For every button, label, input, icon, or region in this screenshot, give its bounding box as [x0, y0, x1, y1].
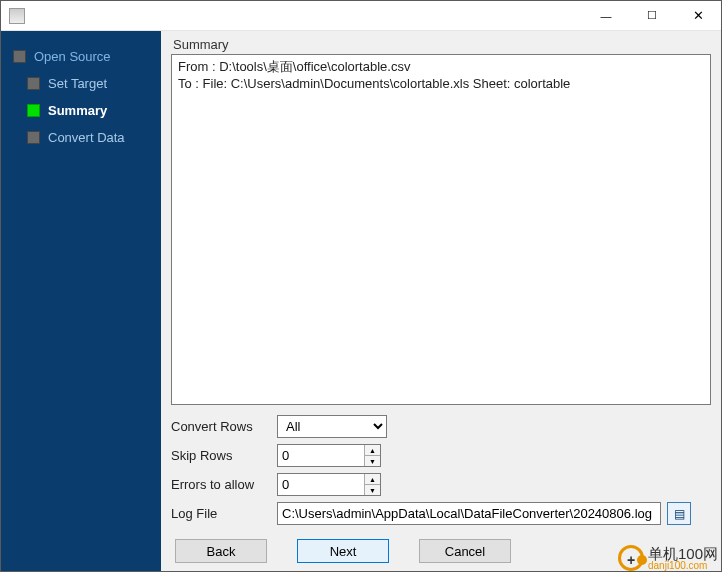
step-label: Convert Data	[48, 130, 125, 145]
titlebar: — ☐ ✕	[1, 1, 721, 31]
back-button[interactable]: Back	[175, 539, 267, 563]
errors-input[interactable]	[278, 474, 364, 495]
step-box-icon	[13, 50, 26, 63]
maximize-button[interactable]: ☐	[629, 1, 675, 30]
close-button[interactable]: ✕	[675, 1, 721, 30]
step-convert-data[interactable]: Convert Data	[1, 124, 161, 151]
document-icon: ▤	[674, 507, 685, 521]
window-controls: — ☐ ✕	[583, 1, 721, 30]
spin-down-icon[interactable]: ▼	[365, 485, 380, 495]
spin-up-icon[interactable]: ▲	[365, 445, 380, 456]
convert-rows-label: Convert Rows	[171, 419, 277, 434]
step-label: Open Source	[34, 49, 111, 64]
app-icon	[9, 8, 25, 24]
step-label: Set Target	[48, 76, 107, 91]
step-box-icon	[27, 131, 40, 144]
convert-rows-select[interactable]: All	[277, 415, 387, 438]
step-label: Summary	[48, 103, 107, 118]
step-set-target[interactable]: Set Target	[1, 70, 161, 97]
skip-rows-label: Skip Rows	[171, 448, 277, 463]
skip-rows-spinner[interactable]: ▲ ▼	[277, 444, 381, 467]
minimize-button[interactable]: —	[583, 1, 629, 30]
logfile-browse-button[interactable]: ▤	[667, 502, 691, 525]
logfile-input[interactable]	[277, 502, 661, 525]
spin-down-icon[interactable]: ▼	[365, 456, 380, 466]
logfile-label: Log File	[171, 506, 277, 521]
skip-rows-input[interactable]	[278, 445, 364, 466]
wizard-sidebar: Open Source Set Target Summary Convert D…	[1, 31, 161, 571]
wizard-buttons: Back Next Cancel	[171, 539, 711, 563]
main-panel: Summary From : D:\tools\桌面\office\colort…	[161, 31, 721, 571]
errors-label: Errors to allow	[171, 477, 277, 492]
spin-up-icon[interactable]: ▲	[365, 474, 380, 485]
step-box-icon	[27, 77, 40, 90]
next-button[interactable]: Next	[297, 539, 389, 563]
step-summary[interactable]: Summary	[1, 97, 161, 124]
cancel-button[interactable]: Cancel	[419, 539, 511, 563]
step-box-icon	[27, 104, 40, 117]
summary-heading: Summary	[171, 37, 711, 52]
errors-spinner[interactable]: ▲ ▼	[277, 473, 381, 496]
options-panel: Convert Rows All Skip Rows ▲ ▼	[171, 415, 711, 531]
summary-textbox[interactable]: From : D:\tools\桌面\office\colortable.csv…	[171, 54, 711, 405]
step-open-source[interactable]: Open Source	[1, 43, 161, 70]
